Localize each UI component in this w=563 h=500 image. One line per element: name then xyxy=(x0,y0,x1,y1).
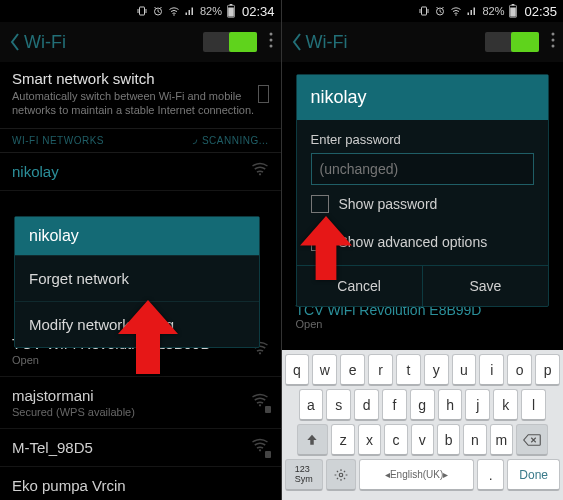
back-button[interactable]: Wi-Fi xyxy=(8,32,66,53)
network-item[interactable]: M-Tel_98D5 xyxy=(0,429,281,467)
network-name: M-Tel_98D5 xyxy=(12,439,269,456)
key-m[interactable]: m xyxy=(490,424,513,456)
key-h[interactable]: h xyxy=(438,389,463,421)
key-k[interactable]: k xyxy=(493,389,518,421)
context-menu-header: nikolay xyxy=(15,217,259,255)
dialog-title: nikolay xyxy=(297,75,549,120)
alarm-icon xyxy=(434,5,446,17)
key-j[interactable]: j xyxy=(465,389,490,421)
key-e[interactable]: e xyxy=(340,354,365,386)
key-sym[interactable]: 123 Sym xyxy=(285,459,324,491)
svg-point-10 xyxy=(258,173,260,175)
vibrate-icon xyxy=(418,5,430,17)
key-done[interactable]: Done xyxy=(507,459,560,491)
network-item[interactable]: majstormani Secured (WPS available) xyxy=(0,377,281,429)
key-a[interactable]: a xyxy=(299,389,324,421)
key-space[interactable]: ◂ English(UK) ▸ xyxy=(359,459,474,491)
svg-point-21 xyxy=(552,39,555,42)
network-item[interactable]: Eko pumpa Vrcin xyxy=(0,467,281,500)
key-g[interactable]: g xyxy=(410,389,435,421)
key-v[interactable]: v xyxy=(411,424,434,456)
on-screen-keyboard: q w e r t y u i o p a s d f g h j k l z … xyxy=(282,350,564,500)
wifi-status-icon xyxy=(168,5,180,17)
password-input[interactable] xyxy=(311,153,535,185)
show-password-label: Show password xyxy=(339,196,438,212)
battery-icon xyxy=(226,4,236,18)
wifi-status-icon xyxy=(450,5,462,17)
key-r[interactable]: r xyxy=(368,354,393,386)
smart-switch-desc: Automatically switch between Wi-Fi and m… xyxy=(12,89,258,118)
key-settings[interactable] xyxy=(326,459,356,491)
annotation-arrow-left xyxy=(118,300,178,378)
key-o[interactable]: o xyxy=(507,354,532,386)
wifi-toggle[interactable] xyxy=(203,32,257,52)
key-p[interactable]: p xyxy=(535,354,560,386)
svg-point-12 xyxy=(258,404,260,406)
more-icon[interactable] xyxy=(269,32,273,52)
key-x[interactable]: x xyxy=(358,424,381,456)
keyboard-row-3: z x c v b n m xyxy=(285,424,561,456)
key-c[interactable]: c xyxy=(384,424,407,456)
vibrate-icon xyxy=(136,5,148,17)
annotation-arrow-right xyxy=(300,216,352,284)
status-bar: 82% 02:34 xyxy=(0,0,281,22)
network-name: majstormani xyxy=(12,387,269,404)
show-password-checkbox[interactable] xyxy=(311,195,329,213)
signal-icon xyxy=(466,5,478,17)
svg-point-6 xyxy=(269,33,272,36)
key-shift[interactable] xyxy=(297,424,329,456)
clock-time: 02:35 xyxy=(524,4,557,19)
more-icon[interactable] xyxy=(551,32,555,52)
password-label: Enter password xyxy=(311,132,535,147)
smart-switch-checkbox[interactable] xyxy=(258,85,268,103)
svg-rect-5 xyxy=(228,8,234,17)
key-t[interactable]: t xyxy=(396,354,421,386)
svg-point-20 xyxy=(552,33,555,36)
keyboard-language: English(UK) xyxy=(390,469,443,480)
key-f[interactable]: f xyxy=(382,389,407,421)
key-n[interactable]: n xyxy=(463,424,486,456)
scanning-indicator: SCANNING... xyxy=(188,135,269,146)
networks-header: WI-FI NETWORKS SCANNING... xyxy=(0,129,281,153)
smart-network-switch-row[interactable]: Smart network switch Automatically switc… xyxy=(0,62,281,129)
scanning-label: SCANNING... xyxy=(202,135,269,146)
back-button[interactable]: Wi-Fi xyxy=(290,32,348,53)
key-y[interactable]: y xyxy=(424,354,449,386)
chevron-left-icon xyxy=(290,32,304,52)
svg-point-9 xyxy=(189,136,197,144)
key-backspace[interactable] xyxy=(516,424,548,456)
network-status: Open xyxy=(296,318,482,330)
svg-point-7 xyxy=(269,39,272,42)
svg-point-22 xyxy=(552,45,555,48)
key-z[interactable]: z xyxy=(331,424,354,456)
backspace-icon xyxy=(523,434,541,446)
page-title: Wi-Fi xyxy=(306,32,348,53)
key-q[interactable]: q xyxy=(285,354,310,386)
network-item-nikolay[interactable]: nikolay xyxy=(0,153,281,191)
left-screen: 82% 02:34 Wi-Fi Smart network switch Aut… xyxy=(0,0,282,500)
toggle-knob xyxy=(229,32,257,52)
svg-rect-0 xyxy=(139,7,144,15)
key-period[interactable]: . xyxy=(477,459,504,491)
gear-icon xyxy=(334,468,348,482)
svg-point-23 xyxy=(339,473,343,477)
key-s[interactable]: s xyxy=(326,389,351,421)
show-advanced-label: Show advanced options xyxy=(339,234,488,250)
action-bar: Wi-Fi xyxy=(282,22,564,62)
key-l[interactable]: l xyxy=(521,389,546,421)
key-d[interactable]: d xyxy=(354,389,379,421)
keyboard-row-2: a s d f g h j k l xyxy=(285,389,561,421)
wifi-toggle[interactable] xyxy=(485,32,539,52)
key-i[interactable]: i xyxy=(479,354,504,386)
wifi-signal-lock-icon xyxy=(251,393,269,411)
status-bar: 82% 02:35 xyxy=(282,0,564,22)
menu-item-forget[interactable]: Forget network xyxy=(15,255,259,301)
key-b[interactable]: b xyxy=(437,424,460,456)
key-w[interactable]: w xyxy=(312,354,337,386)
key-u[interactable]: u xyxy=(452,354,477,386)
keyboard-row-4: 123 Sym ◂ English(UK) ▸ . Done xyxy=(285,459,561,491)
save-button[interactable]: Save xyxy=(422,266,548,306)
svg-point-8 xyxy=(269,45,272,48)
svg-rect-19 xyxy=(511,8,517,17)
signal-icon xyxy=(184,5,196,17)
